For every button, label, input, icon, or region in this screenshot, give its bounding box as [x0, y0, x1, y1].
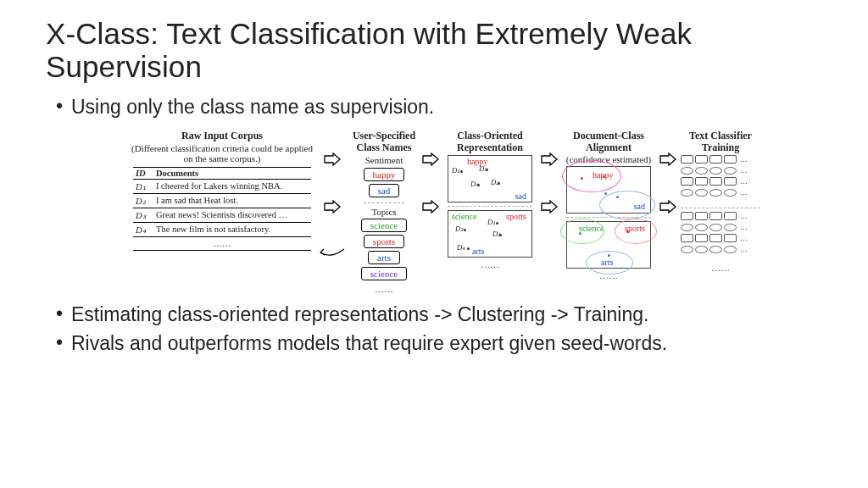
corpus-header: Raw Input Corpus [181, 130, 263, 142]
arrow-right-icon [324, 200, 341, 214]
align-panel-bot: science sports arts [566, 221, 651, 269]
class-box: science [361, 267, 407, 280]
corpus-sub: (Different classification criteria could… [129, 143, 315, 164]
layer-dots: … [738, 223, 748, 231]
network-diagram: … … … … [681, 212, 760, 261]
table-row: D₃Great news! Scientists discovered … [133, 208, 311, 222]
network-diagram: … … … … [681, 155, 760, 204]
slide-title: X-Class: Text Classification with Extrem… [46, 17, 822, 83]
arrow-right-icon [659, 152, 676, 166]
point-label: D₄ [457, 243, 465, 252]
ellipsis: …… [375, 284, 393, 294]
class-box: science [361, 219, 407, 232]
th-id: ID [133, 167, 153, 179]
point-label: D₃ [455, 225, 463, 233]
group-label-sentiment: Sentiment [365, 155, 403, 165]
panel-label: science [452, 212, 476, 221]
layer-dots: … [738, 234, 748, 242]
class-box: arts [368, 251, 400, 264]
pipeline-figure: Raw Input Corpus (Different classificati… [129, 130, 790, 294]
panel-label: sad [515, 191, 526, 201]
bullet-3: Rivals and outperforms models that requi… [56, 331, 822, 356]
rep-panel-top: happy sad D₁ D₃ D₄ D₂ [448, 155, 532, 202]
col-representation: Class-Oriented Representation happy sad … [442, 130, 537, 270]
arrow-right-icon [422, 200, 439, 214]
arrow-right-icon [422, 152, 439, 166]
col-alignment: Document-Class Alignment (confidence est… [561, 130, 656, 281]
bullet-2: Estimating class-oriented representation… [56, 302, 822, 327]
layer-dots: … [738, 245, 748, 253]
arrow-right-icon [541, 200, 558, 214]
layer-dots: … [738, 212, 748, 220]
align-header: Document-Class Alignment [561, 130, 656, 154]
ellipsis: …… [711, 263, 730, 273]
table-row: D₄The new film is not satisfactory. [133, 222, 311, 236]
point-label: D₁ [452, 166, 459, 175]
group-label-topics: Topics [371, 207, 396, 217]
layer-dots: … [738, 166, 748, 175]
arrow-col-1 [319, 130, 346, 258]
panel-label: sports [506, 212, 526, 221]
class-box: sports [364, 235, 404, 248]
col-classifier-training: Text Classifier Training … … … … … … … …… [680, 130, 761, 274]
arrow-col-2 [422, 130, 439, 214]
arrow-right-icon [541, 152, 558, 166]
th-doc: Documents [153, 167, 311, 179]
col-class-names: User-Specified Class Names Sentiment hap… [349, 130, 419, 294]
rep-header: Class-Oriented Representation [442, 130, 537, 154]
layer-dots: … [738, 155, 748, 164]
table-row: D₁I cheered for Lakers winning NBA. [133, 179, 311, 193]
panel-label: arts [472, 247, 484, 256]
arrow-loop-icon [315, 247, 346, 258]
arrow-right-icon [324, 152, 341, 166]
align-panel-top: happy sad [566, 166, 651, 214]
arrow-right-icon [659, 200, 676, 214]
arrow-col-3 [541, 130, 558, 214]
corpus-table: IDDocuments D₁I cheered for Lakers winni… [133, 167, 311, 251]
train-header: Text Classifier Training [680, 130, 761, 154]
classnames-header: User-Specified Class Names [349, 130, 419, 154]
point-label: D₁ [487, 218, 495, 226]
layer-dots: … [738, 188, 748, 197]
rep-panel-bot: science sports arts D₁ D₂ D₃ D₄ [448, 210, 532, 258]
class-box: happy [364, 168, 405, 181]
bullet-1: Using only the class name as supervision… [56, 95, 822, 119]
ellipsis: …… [481, 259, 499, 269]
arrow-col-4 [659, 130, 676, 214]
col-raw-corpus: Raw Input Corpus (Different classificati… [129, 130, 315, 251]
class-box: sad [369, 184, 400, 197]
table-row: D₂I am sad that Heat lost. [133, 193, 311, 208]
layer-dots: … [738, 177, 748, 186]
table-row-dots: …… [133, 236, 311, 250]
